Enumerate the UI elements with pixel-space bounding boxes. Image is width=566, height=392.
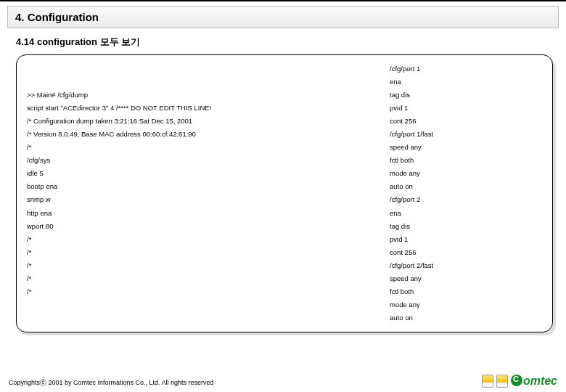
config-line: /*: [27, 259, 372, 272]
section-title: 4. Configuration: [7, 6, 559, 28]
config-line: pvid 1: [390, 233, 542, 246]
subsection-title: 4.14 configuration 모두 보기: [16, 36, 553, 49]
copyright-text: Copyrightsⓒ 2001 by Comtec Informations …: [9, 378, 214, 388]
cert-badge-icon: [482, 375, 493, 388]
config-line: /cfg/port 2: [390, 193, 542, 206]
config-line: pvid 1: [390, 102, 542, 115]
config-line: [27, 75, 372, 89]
config-line: /cfg/sys: [27, 154, 372, 167]
footer-logos: omtec: [482, 375, 557, 388]
config-line: tag dis: [390, 89, 542, 102]
config-line: /*: [27, 233, 372, 246]
config-column-right: /cfg/port 1enatag dispvid 1cont 256/cfg/…: [390, 62, 542, 324]
config-line: [27, 62, 372, 75]
config-line: wport 80: [27, 220, 372, 233]
config-line: speed any: [390, 272, 542, 285]
cert-badge-icon: [496, 375, 508, 388]
config-line: >> Main# /cfg/dump: [27, 89, 372, 102]
config-line: ena: [390, 75, 542, 89]
config-line: /*: [27, 246, 372, 259]
config-line: mode any: [390, 298, 542, 311]
config-line: http ena: [27, 207, 372, 220]
config-line: fctl both: [390, 285, 542, 298]
config-line: /*: [27, 141, 372, 154]
comtec-logo: omtec: [511, 375, 557, 388]
comtec-logo-text: omtec: [523, 375, 557, 387]
config-line: cont 256: [390, 115, 542, 128]
comtec-logo-icon: [511, 375, 522, 386]
config-line: ena: [390, 207, 542, 220]
page-footer: Copyrightsⓒ 2001 by Comtec Informations …: [9, 375, 557, 388]
config-line: /cfg/port 2/fast: [390, 259, 542, 272]
config-column-left: >> Main# /cfg/dumpscript start "ACEdirec…: [27, 62, 372, 324]
config-line: /* Version 8.0.49, Base MAC address 00:6…: [27, 128, 372, 141]
config-line: idle 5: [27, 167, 372, 180]
config-panel-wrapper: >> Main# /cfg/dumpscript start "ACEdirec…: [16, 54, 553, 332]
config-line: tag dis: [390, 220, 542, 233]
config-line: /* Configuration dump taken 3:21:16 Sat …: [27, 115, 372, 128]
config-line: /cfg/port 1: [390, 62, 542, 75]
config-line: script start "ACEdirector 3" 4 /**** DO …: [27, 102, 372, 115]
config-line: /cfg/port 1/fast: [390, 128, 542, 141]
section-title-text: 4. Configuration: [15, 11, 99, 23]
config-line: speed any: [390, 141, 542, 154]
config-panel: >> Main# /cfg/dumpscript start "ACEdirec…: [16, 54, 553, 332]
config-line: snmp w: [27, 193, 372, 206]
config-columns: >> Main# /cfg/dumpscript start "ACEdirec…: [27, 62, 542, 324]
config-line: mode any: [390, 167, 542, 180]
config-line: /*: [27, 272, 372, 285]
config-line: fctl both: [390, 154, 542, 167]
config-line: cont 256: [390, 246, 542, 259]
config-line: auto on: [390, 180, 542, 193]
config-line: /*: [27, 285, 372, 298]
subsection-title-text: 4.14 configuration 모두 보기: [16, 36, 140, 47]
config-line: bootp ena: [27, 180, 372, 193]
config-line: auto on: [390, 311, 542, 324]
